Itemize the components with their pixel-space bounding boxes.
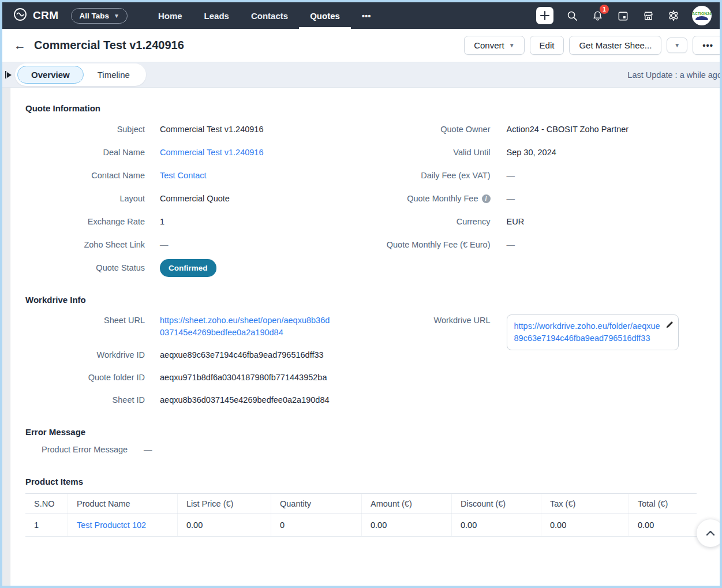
record-detail-body: Quote Information Subject Commercial Tes…: [2, 88, 720, 588]
topbar-spacer: [382, 2, 536, 29]
table-row: 1 Test Productct 102 0.00 0 0.00 0.00 0.…: [25, 514, 697, 537]
get-master-sheet-button[interactable]: Get Master Shee...: [569, 36, 661, 55]
nav-home[interactable]: Home: [147, 2, 193, 29]
workdrive-left-column: Sheet URL https://sheet.zoho.eu/sheet/op…: [25, 309, 361, 411]
view-tabs: Overview Timeline: [15, 63, 146, 86]
field-contact-name: Contact Name Test Contact: [25, 164, 361, 187]
section-quote-information: Quote Information: [25, 103, 697, 113]
field-valid-until: Valid Until Sep 30, 2024: [361, 141, 697, 164]
record-actions: Convert ▼ Edit Get Master Shee... ▼ •••: [464, 36, 710, 55]
cell-sno: 1: [25, 514, 68, 536]
marketplace-button[interactable]: [641, 9, 655, 23]
cell-amount: 0.00: [361, 514, 451, 536]
chevron-up-icon: [705, 527, 716, 539]
nav-more[interactable]: •••: [351, 2, 382, 29]
topbar-icons: 1: [536, 2, 712, 29]
field-daily-fee: Daily Fee (ex VAT) —: [361, 164, 697, 187]
tab-strip: Overview Timeline Last Update : a while …: [2, 62, 720, 88]
field-product-error-message: Product Error Message —: [25, 438, 697, 461]
notification-badge: 1: [600, 5, 609, 14]
field-quote-folder-id: Quote folder ID aeqxu971b8df6a0304187980…: [25, 366, 361, 389]
status-badge: Confirmed: [160, 259, 216, 277]
section-workdrive-info: Workdrive Info: [25, 295, 697, 305]
convert-button[interactable]: Convert ▼: [464, 36, 524, 55]
section-error-message: Error Message: [25, 427, 697, 437]
record-header: ← Commercial Test v1.240916 Convert ▼ Ed…: [2, 29, 720, 62]
chevron-down-icon: ▼: [114, 13, 119, 19]
product-name-link[interactable]: Test Productct 102: [77, 520, 146, 530]
chevron-down-icon: ▼: [509, 42, 515, 48]
field-zoho-sheet-link: Zoho Sheet Link —: [25, 233, 361, 256]
settings-button[interactable]: [667, 9, 680, 23]
record-title: Commercial Test v1.240916: [34, 39, 184, 52]
calendar-icon: [617, 10, 629, 22]
all-tabs-dropdown[interactable]: All Tabs ▼: [71, 8, 127, 24]
plus-icon: [540, 10, 550, 21]
cell-quantity: 0: [271, 514, 361, 536]
field-currency: Currency EUR: [361, 210, 697, 233]
field-workdrive-url: Workdrive URL https://workdrive.zoho.eu/…: [361, 309, 697, 355]
field-subject: Subject Commercial Test v1.240916: [25, 118, 361, 141]
info-icon[interactable]: i: [482, 194, 491, 203]
avatar-logo-arc: [695, 16, 708, 20]
edit-button[interactable]: Edit: [530, 36, 564, 55]
top-navbar: CRM All Tabs ▼ Home Leads Contacts Quote…: [2, 2, 720, 29]
app-title: CRM: [33, 9, 58, 22]
collapsed-related-list-strip[interactable]: [2, 88, 10, 588]
field-exchange-rate: Exchange Rate 1: [25, 210, 361, 233]
back-arrow-icon[interactable]: ←: [14, 39, 26, 51]
field-quote-owner: Quote Owner Action24 - CBOSIT Zoho Partn…: [361, 118, 697, 141]
cell-tax: 0.00: [541, 514, 629, 536]
nav-contacts[interactable]: Contacts: [240, 2, 299, 29]
crm-window: CRM All Tabs ▼ Home Leads Contacts Quote…: [0, 0, 722, 588]
cell-list-price: 0.00: [177, 514, 271, 536]
nav-quotes[interactable]: Quotes: [299, 2, 351, 29]
tab-timeline[interactable]: Timeline: [84, 66, 144, 84]
brand[interactable]: CRM: [13, 2, 58, 29]
field-workdrive-id: Workdrive ID aeqxue89c63e7194c46fba9ead7…: [25, 344, 361, 366]
tab-overview[interactable]: Overview: [17, 66, 84, 84]
cell-total: 0.00: [629, 514, 697, 536]
field-quote-monthly-fee: Quote Monthly Fee i —: [361, 187, 697, 210]
last-update-text: Last Update : a while ago: [627, 70, 722, 80]
chevron-down-icon: ▼: [674, 42, 680, 48]
deal-name-link[interactable]: Commercial Test v1.240916: [160, 148, 263, 157]
edit-pencil-icon[interactable]: [665, 320, 674, 332]
contact-name-link[interactable]: Test Contact: [160, 171, 207, 180]
quote-info-right-column: Quote Owner Action24 - CBOSIT Zoho Partn…: [361, 118, 697, 279]
zoho-logo-icon: [13, 7, 28, 24]
get-master-sheet-dropdown[interactable]: ▼: [667, 38, 687, 53]
workdrive-url-box: https://workdrive.zoho.eu/folder/aeqxue8…: [507, 314, 679, 350]
field-deal-name: Deal Name Commercial Test v1.240916: [25, 141, 361, 164]
notifications-button[interactable]: 1: [590, 9, 604, 23]
field-layout: Layout Commercial Quote: [25, 187, 361, 210]
workdrive-right-column: Workdrive URL https://workdrive.zoho.eu/…: [361, 309, 697, 411]
expand-arrow-icon: [7, 72, 12, 78]
main-nav: Home Leads Contacts Quotes •••: [147, 2, 382, 29]
section-product-items: Product Items: [25, 477, 697, 486]
gear-icon: [667, 9, 680, 22]
user-avatar[interactable]: ACTION24: [692, 6, 712, 25]
field-quote-monthly-fee-euro: Quote Monthly Fee (€ Euro) —: [361, 233, 697, 256]
expand-related-panel[interactable]: [5, 71, 12, 78]
quote-info-left-column: Subject Commercial Test v1.240916 Deal N…: [25, 118, 361, 279]
sheet-url-link[interactable]: https://sheet.zoho.eu/sheet/open/aeqxu8b…: [160, 316, 330, 337]
cell-discount: 0.00: [451, 514, 541, 536]
nav-leads[interactable]: Leads: [193, 2, 240, 29]
field-quote-status: Quote Status Confirmed: [25, 256, 361, 279]
search-icon: [566, 10, 578, 22]
field-sheet-id: Sheet ID aeqxu8b36d037145e4269bedfee0a2a…: [25, 389, 361, 411]
store-icon: [642, 10, 654, 22]
calendar-button[interactable]: [616, 9, 630, 23]
workdrive-url-link[interactable]: https://workdrive.zoho.eu/folder/aeqxue8…: [514, 321, 660, 343]
scroll-to-top-button[interactable]: [697, 519, 722, 547]
more-actions-button[interactable]: •••: [693, 36, 722, 55]
search-button[interactable]: [565, 9, 579, 23]
field-sheet-url: Sheet URL https://sheet.zoho.eu/sheet/op…: [25, 309, 361, 344]
product-items-table: S.NO Product Name List Price (€) Quantit…: [25, 493, 697, 537]
table-header-row: S.NO Product Name List Price (€) Quantit…: [25, 494, 697, 514]
create-button[interactable]: [536, 7, 553, 24]
